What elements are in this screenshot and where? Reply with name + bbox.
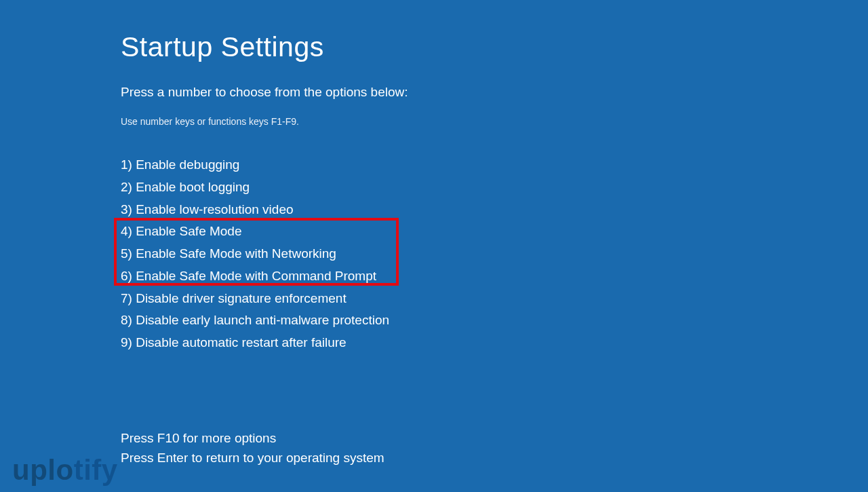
footer: Press F10 for more options Press Enter t… [121, 428, 868, 468]
footer-more-options: Press F10 for more options [121, 428, 868, 448]
option-1-debugging[interactable]: 1) Enable debugging [121, 157, 389, 173]
option-3-low-res-video[interactable]: 3) Enable low-resolution video [121, 202, 389, 218]
options-list: 1) Enable debugging 2) Enable boot loggi… [121, 154, 389, 354]
option-2-boot-logging[interactable]: 2) Enable boot logging [121, 179, 389, 195]
startup-settings-screen: Startup Settings Press a number to choos… [0, 0, 868, 468]
option-7-disable-driver-sig[interactable]: 7) Disable driver signature enforcement [121, 290, 389, 307]
option-5-safe-mode-networking[interactable]: 5) Enable Safe Mode with Networking [121, 246, 389, 262]
option-8-disable-anti-malware[interactable]: 8) Disable early launch anti-malware pro… [121, 312, 389, 328]
instruction-text: Press a number to choose from the option… [121, 85, 868, 100]
option-4-safe-mode[interactable]: 4) Enable Safe Mode [121, 223, 389, 240]
page-title: Startup Settings [121, 31, 868, 63]
hint-text: Use number keys or functions keys F1-F9. [121, 116, 868, 127]
footer-return: Press Enter to return to your operating … [121, 448, 868, 468]
option-9-disable-auto-restart[interactable]: 9) Disable automatic restart after failu… [121, 335, 389, 351]
option-6-safe-mode-cmd[interactable]: 6) Enable Safe Mode with Command Prompt [121, 268, 389, 284]
